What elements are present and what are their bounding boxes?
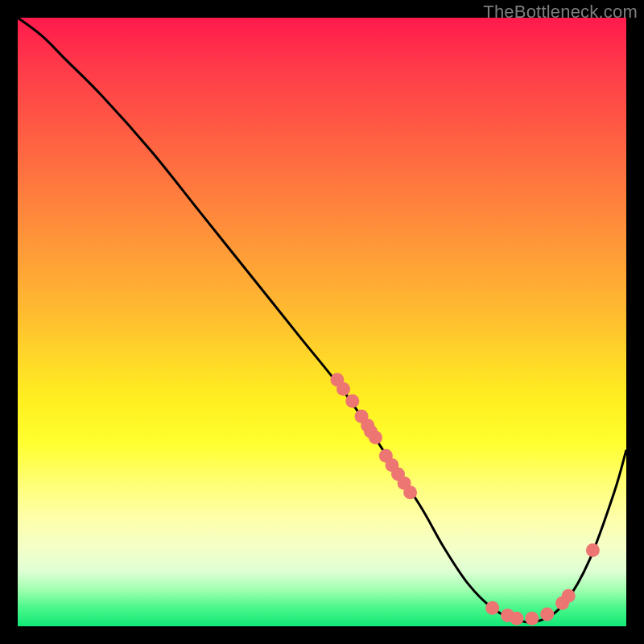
data-marker: [336, 382, 350, 396]
data-marker: [345, 394, 359, 408]
data-marker: [403, 485, 417, 499]
data-marker: [586, 543, 600, 557]
data-marker: [485, 601, 499, 615]
bottleneck-curve: [18, 18, 626, 622]
data-marker: [540, 607, 554, 621]
data-marker: [525, 612, 539, 625]
watermark-text: TheBottleneck.com: [483, 2, 638, 23]
plot-area: [18, 18, 626, 626]
data-markers: [330, 373, 600, 625]
data-marker: [369, 431, 382, 444]
data-marker: [510, 612, 523, 625]
data-marker: [562, 589, 576, 603]
curve-svg: [18, 18, 626, 626]
chart-container: { "watermark": "TheBottleneck.com", "col…: [0, 0, 644, 644]
